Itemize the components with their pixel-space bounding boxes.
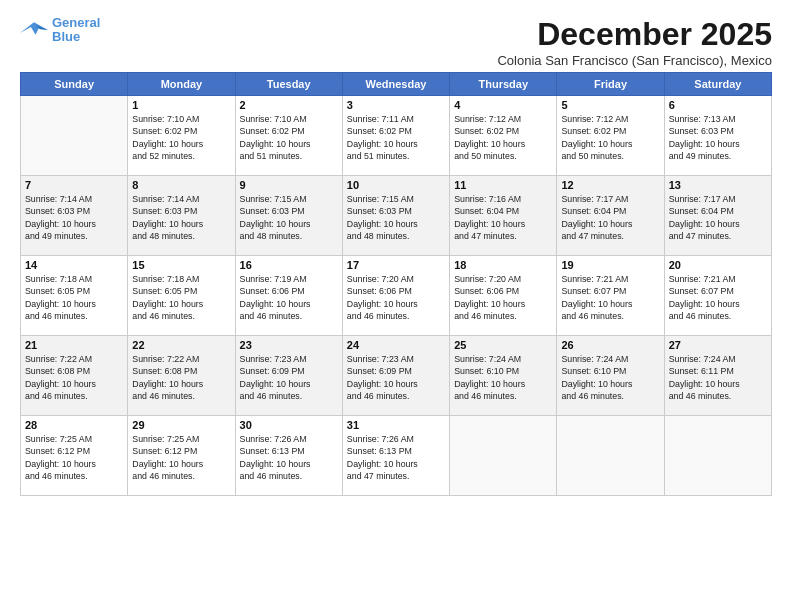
day-number: 11 — [454, 179, 552, 191]
day-number: 25 — [454, 339, 552, 351]
day-number: 27 — [669, 339, 767, 351]
day-number: 2 — [240, 99, 338, 111]
calendar-cell: 29Sunrise: 7:25 AM Sunset: 6:12 PM Dayli… — [128, 416, 235, 496]
header: General Blue December 2025 Colonia San F… — [20, 16, 772, 68]
calendar-cell: 22Sunrise: 7:22 AM Sunset: 6:08 PM Dayli… — [128, 336, 235, 416]
weekday-header: Friday — [557, 73, 664, 96]
calendar-cell — [21, 96, 128, 176]
calendar-cell: 23Sunrise: 7:23 AM Sunset: 6:09 PM Dayli… — [235, 336, 342, 416]
weekday-header: Sunday — [21, 73, 128, 96]
day-info: Sunrise: 7:13 AM Sunset: 6:03 PM Dayligh… — [669, 113, 767, 162]
day-number: 10 — [347, 179, 445, 191]
day-number: 19 — [561, 259, 659, 271]
weekday-header-row: SundayMondayTuesdayWednesdayThursdayFrid… — [21, 73, 772, 96]
day-number: 13 — [669, 179, 767, 191]
day-info: Sunrise: 7:25 AM Sunset: 6:12 PM Dayligh… — [25, 433, 123, 482]
day-number: 3 — [347, 99, 445, 111]
calendar-week-row: 7Sunrise: 7:14 AM Sunset: 6:03 PM Daylig… — [21, 176, 772, 256]
day-info: Sunrise: 7:11 AM Sunset: 6:02 PM Dayligh… — [347, 113, 445, 162]
day-info: Sunrise: 7:17 AM Sunset: 6:04 PM Dayligh… — [561, 193, 659, 242]
day-info: Sunrise: 7:14 AM Sunset: 6:03 PM Dayligh… — [25, 193, 123, 242]
day-info: Sunrise: 7:24 AM Sunset: 6:10 PM Dayligh… — [561, 353, 659, 402]
day-number: 18 — [454, 259, 552, 271]
day-number: 20 — [669, 259, 767, 271]
day-number: 29 — [132, 419, 230, 431]
calendar-cell: 10Sunrise: 7:15 AM Sunset: 6:03 PM Dayli… — [342, 176, 449, 256]
calendar-cell: 28Sunrise: 7:25 AM Sunset: 6:12 PM Dayli… — [21, 416, 128, 496]
weekday-header: Saturday — [664, 73, 771, 96]
day-info: Sunrise: 7:17 AM Sunset: 6:04 PM Dayligh… — [669, 193, 767, 242]
logo-text-block: General Blue — [52, 16, 100, 45]
day-info: Sunrise: 7:15 AM Sunset: 6:03 PM Dayligh… — [240, 193, 338, 242]
day-info: Sunrise: 7:15 AM Sunset: 6:03 PM Dayligh… — [347, 193, 445, 242]
day-info: Sunrise: 7:14 AM Sunset: 6:03 PM Dayligh… — [132, 193, 230, 242]
calendar-cell: 15Sunrise: 7:18 AM Sunset: 6:05 PM Dayli… — [128, 256, 235, 336]
day-info: Sunrise: 7:26 AM Sunset: 6:13 PM Dayligh… — [347, 433, 445, 482]
calendar-cell: 3Sunrise: 7:11 AM Sunset: 6:02 PM Daylig… — [342, 96, 449, 176]
calendar-week-row: 1Sunrise: 7:10 AM Sunset: 6:02 PM Daylig… — [21, 96, 772, 176]
day-info: Sunrise: 7:19 AM Sunset: 6:06 PM Dayligh… — [240, 273, 338, 322]
logo-blue: Blue — [52, 29, 80, 44]
calendar-cell: 11Sunrise: 7:16 AM Sunset: 6:04 PM Dayli… — [450, 176, 557, 256]
day-info: Sunrise: 7:12 AM Sunset: 6:02 PM Dayligh… — [561, 113, 659, 162]
calendar-cell: 13Sunrise: 7:17 AM Sunset: 6:04 PM Dayli… — [664, 176, 771, 256]
calendar-cell: 17Sunrise: 7:20 AM Sunset: 6:06 PM Dayli… — [342, 256, 449, 336]
calendar-cell: 20Sunrise: 7:21 AM Sunset: 6:07 PM Dayli… — [664, 256, 771, 336]
calendar-cell: 8Sunrise: 7:14 AM Sunset: 6:03 PM Daylig… — [128, 176, 235, 256]
day-number: 21 — [25, 339, 123, 351]
day-number: 16 — [240, 259, 338, 271]
calendar-cell: 1Sunrise: 7:10 AM Sunset: 6:02 PM Daylig… — [128, 96, 235, 176]
day-number: 26 — [561, 339, 659, 351]
calendar-cell: 5Sunrise: 7:12 AM Sunset: 6:02 PM Daylig… — [557, 96, 664, 176]
day-info: Sunrise: 7:24 AM Sunset: 6:11 PM Dayligh… — [669, 353, 767, 402]
calendar-cell: 31Sunrise: 7:26 AM Sunset: 6:13 PM Dayli… — [342, 416, 449, 496]
day-number: 14 — [25, 259, 123, 271]
day-number: 6 — [669, 99, 767, 111]
day-number: 12 — [561, 179, 659, 191]
month-title: December 2025 — [497, 16, 772, 53]
calendar-cell: 25Sunrise: 7:24 AM Sunset: 6:10 PM Dayli… — [450, 336, 557, 416]
day-number: 15 — [132, 259, 230, 271]
day-number: 17 — [347, 259, 445, 271]
weekday-header: Tuesday — [235, 73, 342, 96]
day-info: Sunrise: 7:21 AM Sunset: 6:07 PM Dayligh… — [561, 273, 659, 322]
day-number: 23 — [240, 339, 338, 351]
weekday-header: Monday — [128, 73, 235, 96]
day-number: 22 — [132, 339, 230, 351]
weekday-header: Wednesday — [342, 73, 449, 96]
day-number: 30 — [240, 419, 338, 431]
page: General Blue December 2025 Colonia San F… — [0, 0, 792, 612]
calendar-cell: 16Sunrise: 7:19 AM Sunset: 6:06 PM Dayli… — [235, 256, 342, 336]
calendar-week-row: 21Sunrise: 7:22 AM Sunset: 6:08 PM Dayli… — [21, 336, 772, 416]
day-info: Sunrise: 7:16 AM Sunset: 6:04 PM Dayligh… — [454, 193, 552, 242]
logo-icon — [20, 19, 48, 41]
calendar-cell: 14Sunrise: 7:18 AM Sunset: 6:05 PM Dayli… — [21, 256, 128, 336]
calendar-table: SundayMondayTuesdayWednesdayThursdayFrid… — [20, 72, 772, 496]
calendar-cell: 6Sunrise: 7:13 AM Sunset: 6:03 PM Daylig… — [664, 96, 771, 176]
day-number: 24 — [347, 339, 445, 351]
day-info: Sunrise: 7:21 AM Sunset: 6:07 PM Dayligh… — [669, 273, 767, 322]
day-info: Sunrise: 7:10 AM Sunset: 6:02 PM Dayligh… — [240, 113, 338, 162]
calendar-week-row: 14Sunrise: 7:18 AM Sunset: 6:05 PM Dayli… — [21, 256, 772, 336]
title-block: December 2025 Colonia San Francisco (San… — [497, 16, 772, 68]
day-info: Sunrise: 7:22 AM Sunset: 6:08 PM Dayligh… — [132, 353, 230, 402]
calendar-cell — [450, 416, 557, 496]
day-info: Sunrise: 7:10 AM Sunset: 6:02 PM Dayligh… — [132, 113, 230, 162]
weekday-header: Thursday — [450, 73, 557, 96]
day-number: 7 — [25, 179, 123, 191]
calendar-cell: 7Sunrise: 7:14 AM Sunset: 6:03 PM Daylig… — [21, 176, 128, 256]
day-info: Sunrise: 7:26 AM Sunset: 6:13 PM Dayligh… — [240, 433, 338, 482]
calendar-cell: 27Sunrise: 7:24 AM Sunset: 6:11 PM Dayli… — [664, 336, 771, 416]
logo: General Blue — [20, 16, 100, 45]
day-info: Sunrise: 7:18 AM Sunset: 6:05 PM Dayligh… — [132, 273, 230, 322]
day-number: 31 — [347, 419, 445, 431]
day-info: Sunrise: 7:24 AM Sunset: 6:10 PM Dayligh… — [454, 353, 552, 402]
calendar-cell: 19Sunrise: 7:21 AM Sunset: 6:07 PM Dayli… — [557, 256, 664, 336]
day-number: 4 — [454, 99, 552, 111]
calendar-cell: 18Sunrise: 7:20 AM Sunset: 6:06 PM Dayli… — [450, 256, 557, 336]
day-info: Sunrise: 7:20 AM Sunset: 6:06 PM Dayligh… — [347, 273, 445, 322]
calendar-cell: 9Sunrise: 7:15 AM Sunset: 6:03 PM Daylig… — [235, 176, 342, 256]
calendar-cell: 4Sunrise: 7:12 AM Sunset: 6:02 PM Daylig… — [450, 96, 557, 176]
day-number: 9 — [240, 179, 338, 191]
day-info: Sunrise: 7:20 AM Sunset: 6:06 PM Dayligh… — [454, 273, 552, 322]
